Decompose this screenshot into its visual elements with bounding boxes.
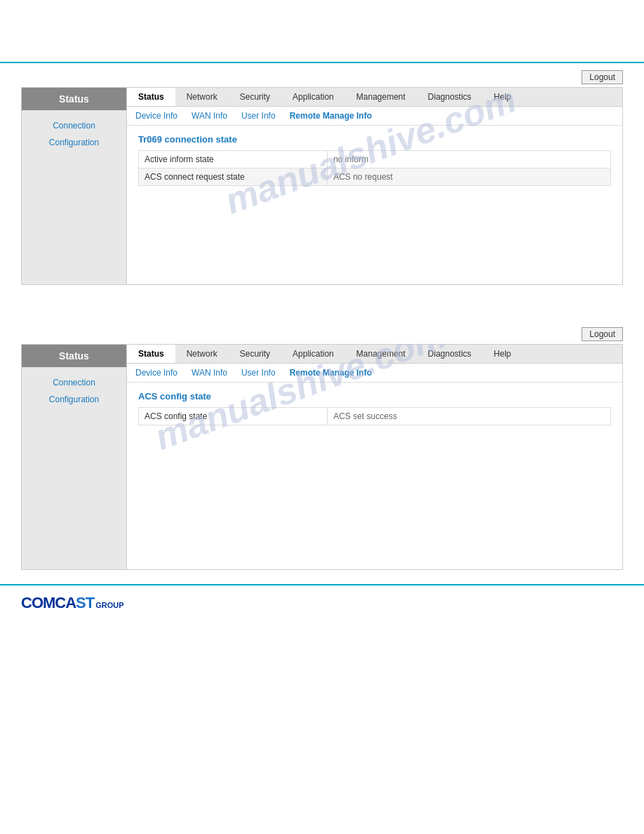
tab-management-1[interactable]: Management [345, 88, 417, 106]
nav-tabs-1: Status Network Security Application Mana… [127, 88, 622, 107]
main-layout-2: Status Connection Configuration Status N… [21, 344, 623, 570]
tab-status-1[interactable]: Status [127, 88, 175, 106]
subtab-user-info-2[interactable]: User Info [239, 366, 279, 379]
content-1: Status Network Security Application Mana… [127, 88, 622, 284]
subtab-remote-manage-info-2[interactable]: Remote Manage Info [287, 366, 375, 379]
main-layout-1: Status Connection Configuration Status N… [21, 87, 623, 285]
content-area-2: ACS config state ACS config state ACS se… [127, 383, 622, 434]
subtab-device-info-1[interactable]: Device Info [133, 110, 180, 122]
acs-row-label: ACS config state [139, 408, 328, 425]
subtab-wan-info-1[interactable]: WAN Info [189, 110, 230, 122]
content-title-2: ACS config state [138, 391, 611, 402]
sub-tabs-2: Device Info WAN Info User Info Remote Ma… [127, 364, 622, 383]
tab-diagnostics-2[interactable]: Diagnostics [417, 345, 483, 363]
comcast-logo: COMCA ST GROUP [21, 594, 124, 612]
sidebar-link-configuration-2[interactable]: Configuration [22, 391, 126, 408]
tab-network-2[interactable]: Network [175, 345, 229, 363]
sidebar-link-connection-1[interactable]: Connection [22, 117, 126, 134]
tab-status-2[interactable]: Status [127, 345, 175, 363]
section1-container: manualshive.com Status Connection Config… [21, 87, 623, 285]
logo-cast: ST [76, 594, 94, 612]
logout-button-1[interactable]: Logout [582, 70, 623, 84]
subtab-user-info-1[interactable]: User Info [239, 110, 279, 122]
acs-row-value: ACS set success [328, 408, 611, 425]
section-2: Logout manualshive.com Status Connection… [0, 320, 644, 577]
content-title-1: Tr069 connection state [138, 134, 611, 145]
spacer-between [0, 292, 644, 320]
tab-application-2[interactable]: Application [281, 345, 345, 363]
subtab-remote-manage-info-1[interactable]: Remote Manage Info [287, 110, 375, 122]
sidebar-title-2: Status [22, 345, 126, 367]
table-row: ACS config state ACS set success [139, 408, 611, 425]
subtab-wan-info-2[interactable]: WAN Info [189, 366, 230, 379]
tab-help-1[interactable]: Help [483, 88, 523, 106]
table-row: ACS connect request state ACS no request [139, 168, 611, 186]
sidebar-link-configuration-1[interactable]: Configuration [22, 134, 126, 151]
sidebar-2: Status Connection Configuration [22, 345, 127, 569]
logo-com: COMCA [21, 594, 76, 612]
row1-label: Active inform state [139, 151, 328, 168]
logout-button-2[interactable]: Logout [582, 327, 623, 341]
nav-tabs-2: Status Network Security Application Mana… [127, 345, 622, 364]
sidebar-links-1: Connection Configuration [22, 110, 126, 158]
sub-tabs-1: Device Info WAN Info User Info Remote Ma… [127, 107, 622, 126]
row2-label: ACS connect request state [139, 168, 328, 186]
tab-security-1[interactable]: Security [229, 88, 281, 106]
footer: COMCA ST GROUP [0, 584, 644, 621]
section2-container: manualshive.com Status Connection Config… [21, 344, 623, 570]
row1-value: no inform [328, 151, 611, 168]
tab-application-1[interactable]: Application [281, 88, 345, 106]
info-table-1: Active inform state no inform ACS connec… [138, 150, 611, 186]
logout-row-1: Logout [21, 70, 623, 84]
tab-management-2[interactable]: Management [345, 345, 417, 363]
content-2: Status Network Security Application Mana… [127, 345, 622, 569]
tab-network-1[interactable]: Network [175, 88, 229, 106]
top-bar [0, 0, 644, 63]
sidebar-title-1: Status [22, 88, 126, 110]
logout-row-2: Logout [21, 327, 623, 341]
tab-help-2[interactable]: Help [483, 345, 523, 363]
tab-diagnostics-1[interactable]: Diagnostics [417, 88, 483, 106]
sidebar-link-connection-2[interactable]: Connection [22, 374, 126, 391]
section-1: Logout manualshive.com Status Connection… [0, 63, 644, 292]
content-area-1: Tr069 connection state Active inform sta… [127, 126, 622, 194]
sidebar-1: Status Connection Configuration [22, 88, 127, 284]
tab-security-2[interactable]: Security [229, 345, 281, 363]
logo-group: GROUP [95, 601, 123, 609]
sidebar-links-2: Connection Configuration [22, 367, 126, 415]
table-row: Active inform state no inform [139, 151, 611, 168]
info-table-2: ACS config state ACS set success [138, 407, 611, 425]
subtab-device-info-2[interactable]: Device Info [133, 366, 180, 379]
row2-value: ACS no request [328, 168, 611, 186]
